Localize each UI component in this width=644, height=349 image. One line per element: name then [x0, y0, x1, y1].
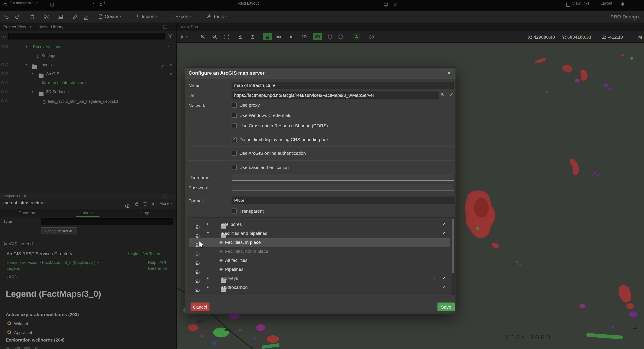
expand-caret-icon[interactable]: ▾: [32, 90, 34, 93]
disable-icon[interactable]: [369, 34, 374, 41]
layout-label[interactable]: Layout: [600, 1, 612, 5]
layer-check-icon[interactable]: ✓: [442, 285, 446, 290]
expand-caret-icon[interactable]: ▾: [32, 72, 34, 75]
login-get-token-links[interactable]: Login | Get Token: [128, 252, 160, 256]
layer-row-facilities-and-pipelines[interactable]: ▾ Facilities and pipelines ✓: [189, 229, 450, 238]
tab-logs[interactable]: Logs: [141, 211, 150, 215]
pan-mode-icon[interactable]: [338, 34, 343, 39]
user-icon[interactable]: [98, 1, 103, 8]
tab-view-port[interactable]: View Port: [181, 24, 198, 29]
help-api-links[interactable]: Help | API: [148, 260, 166, 265]
type-input[interactable]: [41, 218, 173, 225]
visibility-eye-icon[interactable]: [125, 204, 130, 208]
reference-link[interactable]: Reference: [148, 266, 167, 271]
visibility-eye-icon[interactable]: [194, 261, 200, 265]
tab-layout[interactable]: Layout: [80, 211, 93, 215]
expand-caret-icon[interactable]: ▸: [26, 45, 28, 48]
username-input[interactable]: [232, 174, 454, 181]
visibility-eye-icon[interactable]: [194, 225, 200, 229]
expand-caret-icon[interactable]: ▾: [207, 231, 209, 235]
visibility-eye-icon[interactable]: [194, 234, 200, 238]
session-caret-icon[interactable]: ▾: [93, 1, 94, 5]
pen-icon[interactable]: [72, 14, 78, 21]
viewport-settings-gear-icon[interactable]: [179, 34, 184, 41]
zoom-out-icon[interactable]: [212, 34, 218, 41]
row-options-caret-icon[interactable]: ▾: [434, 277, 436, 280]
tools-button[interactable]: Tools ▾: [206, 13, 227, 19]
lift-from-ground-icon[interactable]: [250, 34, 256, 41]
panel-options-icon[interactable]: [164, 25, 167, 29]
properties-close-icon[interactable]: ×: [24, 194, 26, 198]
tree-scrollbar-track[interactable]: [452, 218, 455, 295]
checkbox-box[interactable]: [232, 123, 236, 128]
checkbox-box[interactable]: [232, 151, 236, 155]
cancel-button[interactable]: Cancel: [191, 303, 210, 311]
more-button[interactable]: More: [160, 201, 169, 206]
lock-icon[interactable]: [134, 201, 139, 208]
zoom-fit-icon[interactable]: [224, 34, 229, 41]
breadcrumb-legend[interactable]: Legend: [6, 266, 20, 271]
settings-small-icon[interactable]: [393, 1, 398, 9]
layer-check-icon[interactable]: ✓: [442, 276, 446, 281]
layer-row-wellbores[interactable]: ▸ Wellbores ✓: [189, 220, 450, 229]
expand-caret-icon[interactable]: ▸: [207, 285, 209, 289]
undo-icon[interactable]: [3, 14, 9, 21]
capture-view-button[interactable]: ▦: [263, 33, 272, 40]
search-input[interactable]: [8, 33, 165, 39]
expand-caret-icon[interactable]: ▾: [26, 63, 27, 66]
panel-detach-icon[interactable]: [163, 194, 166, 198]
zoom-in-icon[interactable]: [200, 34, 206, 41]
layer-check-icon[interactable]: ✓: [442, 221, 446, 227]
tab-common[interactable]: Common: [18, 211, 35, 215]
layer-row-surveys[interactable]: ▸ Surveys ▾ ✓: [189, 274, 450, 283]
delete-icon[interactable]: [30, 13, 35, 21]
expand-caret-icon[interactable]: ▸: [207, 222, 209, 226]
viewport-settings-caret-icon[interactable]: ▾: [186, 35, 188, 39]
tab-asset-library[interactable]: Asset Library: [40, 24, 64, 29]
tree-row-arcgis[interactable]: ▾ ArcGIS: [0, 71, 5, 78]
auto-mode-button[interactable]: A: [353, 33, 360, 40]
sync-icon[interactable]: [3, 1, 8, 9]
visibility-eye-icon[interactable]: [194, 279, 200, 283]
view-2d-button[interactable]: 2D: [302, 34, 307, 39]
orbit-mode-icon[interactable]: [328, 34, 332, 39]
tree-scrollbar-thumb[interactable]: [452, 219, 455, 273]
view-links-icon[interactable]: [566, 1, 571, 9]
view-links-label[interactable]: View links: [572, 1, 590, 5]
checkbox-box[interactable]: [232, 113, 236, 118]
export-button[interactable]: Export ▾: [168, 13, 192, 19]
checkbox-box[interactable]: [232, 209, 236, 213]
properties-header[interactable]: Properties ×: [0, 193, 176, 200]
visibility-eye-icon[interactable]: [194, 252, 200, 256]
tree-row-3d-surfaces[interactable]: ▾ 3D Surfaces: [0, 89, 5, 96]
reload-url-icon[interactable]: ↻: [441, 92, 445, 98]
redo-icon[interactable]: [15, 14, 20, 21]
breadcrumb[interactable]: Home > services > FactMaps > 3_0 (MapSer…: [6, 260, 99, 265]
tab-project-view[interactable]: Project View: [3, 24, 26, 29]
view-3d-button[interactable]: 3D: [313, 33, 322, 40]
layer-row-facilities-in-place[interactable]: ◈ Facilities, in place: [189, 238, 450, 247]
checkbox-box[interactable]: [232, 165, 236, 170]
json-link[interactable]: JSON: [6, 274, 18, 279]
name-input[interactable]: map of infrastructure: [232, 82, 454, 89]
layer-row-pipelines[interactable]: ◈ Pipelines: [189, 265, 450, 274]
record-video-icon[interactable]: [276, 34, 282, 41]
save-button[interactable]: Save: [438, 303, 455, 311]
visibility-eye-icon[interactable]: [194, 270, 200, 274]
trash-icon[interactable]: [142, 201, 148, 208]
notifications-bell-icon[interactable]: [620, 1, 625, 8]
image-icon[interactable]: [58, 14, 63, 21]
configure-arcgis-button[interactable]: Configure ArcGIS: [41, 227, 77, 234]
tree-list-icon[interactable]: [2, 33, 7, 41]
layer-row-hydrocarbon[interactable]: ▸ Hydrocarbon ✓: [189, 283, 450, 292]
layer-check-icon[interactable]: ✓: [442, 230, 446, 236]
layer-row-licences[interactable]: Licences: [189, 292, 450, 295]
play-icon[interactable]: [288, 34, 294, 41]
brush-icon[interactable]: [83, 14, 89, 21]
create-button[interactable]: Create ▾: [98, 13, 122, 19]
checkbox-box[interactable]: [232, 103, 236, 108]
edit-icon[interactable]: [160, 63, 164, 70]
url-input[interactable]: https://factmaps.npd.no/arcgis/rest/serv…: [232, 91, 439, 99]
password-input[interactable]: [232, 184, 454, 191]
expand-caret-icon[interactable]: ▸: [207, 276, 209, 280]
